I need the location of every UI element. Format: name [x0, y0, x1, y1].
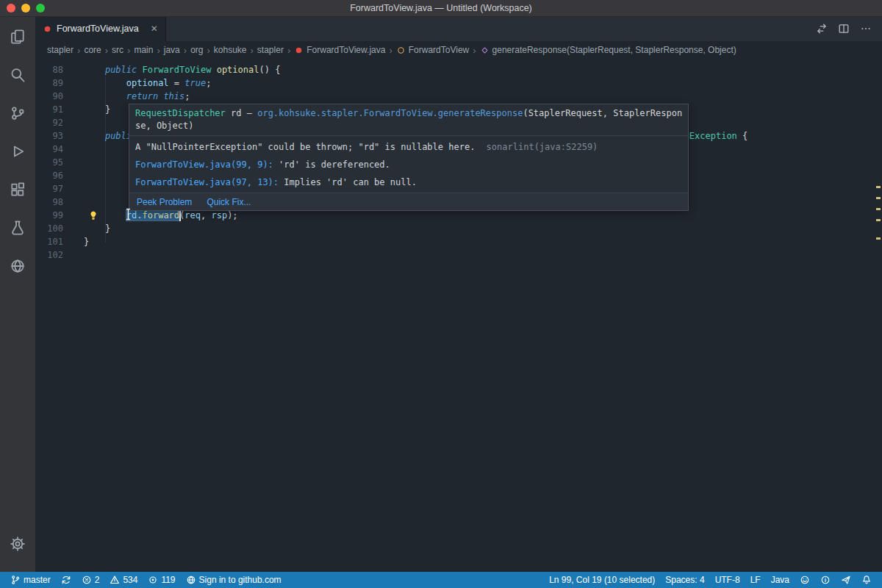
warning-mark [876, 197, 881, 199]
related-text: Implies 'rd' can be null. [279, 177, 417, 187]
open-changes-icon [816, 23, 828, 35]
line-number: 88 [35, 63, 63, 76]
more-actions-button[interactable] [860, 23, 872, 35]
sync-status[interactable] [57, 572, 76, 588]
breadcrumb-src[interactable]: src [112, 45, 123, 55]
breadcrumb-forwardtoview-java[interactable]: ForwardToView.java [294, 45, 385, 55]
more-actions-icon [860, 23, 872, 35]
activity-bar-top [0, 16, 35, 285]
activity-testing[interactable] [0, 209, 35, 247]
warning-icon [110, 575, 120, 585]
related-location: ForwardToView.java(97, 13): Implies 'rd'… [135, 176, 682, 188]
warning-mark [876, 186, 881, 188]
status-info[interactable] [816, 572, 835, 588]
chevron-right-icon: › [473, 45, 476, 56]
code-line-89[interactable]: 89 optional = true; [35, 76, 882, 90]
symbol-method-icon [480, 46, 490, 55]
tab-forwardtoview-java[interactable]: ForwardToView.java ✕ [35, 16, 166, 41]
breadcrumb-generateresponse-staplerrequ[interactable]: generateResponse(StaplerRequest, Stapler… [480, 45, 736, 55]
github-signin[interactable]: Sign in to github.com [182, 572, 286, 588]
extensions-icon [10, 182, 26, 198]
window-title: ForwardToView.java — Untitled (Workspace… [350, 3, 532, 13]
close-tab-button[interactable]: ✕ [151, 24, 158, 34]
warning-mark [876, 219, 881, 221]
line-number: 100 [35, 222, 63, 235]
zoom-window-button[interactable] [36, 4, 45, 12]
titlebar: ForwardToView.java — Untitled (Workspace… [0, 0, 882, 17]
split-editor-button[interactable] [838, 23, 850, 35]
window-controls [7, 4, 45, 12]
close-window-button[interactable] [7, 4, 15, 12]
activity-explorer[interactable] [0, 18, 35, 56]
breadcrumb-org[interactable]: org [190, 45, 203, 55]
code-line-100[interactable]: 100 } [35, 222, 882, 235]
minimize-window-button[interactable] [21, 4, 30, 12]
chevron-right-icon: › [389, 45, 392, 56]
gutter [63, 182, 84, 196]
status-bar: master2534119Sign in to github.com Ln 99… [0, 572, 882, 588]
info-count-status[interactable]: 119 [143, 572, 179, 588]
line-number: 97 [35, 182, 63, 196]
activity-settings[interactable] [0, 525, 35, 563]
quick-fix-action[interactable]: Quick Fix... [207, 197, 251, 207]
file-error-icon [294, 46, 304, 55]
breadcrumb-kohsuke[interactable]: kohsuke [214, 45, 247, 55]
chevron-right-icon: › [184, 45, 187, 56]
breadcrumb-core[interactable]: core [84, 45, 101, 55]
dot-icon [148, 575, 158, 585]
send-icon [841, 575, 851, 585]
errors-status[interactable]: 2 [77, 572, 104, 588]
breadcrumb-stapler[interactable]: stapler [257, 45, 284, 55]
code-line-90[interactable]: 90 return this; [35, 90, 882, 103]
activity-run-debug[interactable] [0, 132, 35, 171]
lightbulb-icon [88, 210, 98, 220]
gutter [63, 235, 84, 248]
activity-search[interactable] [0, 56, 35, 94]
gutter [63, 63, 84, 76]
settings-icon [10, 536, 26, 552]
line-number: 95 [35, 156, 63, 169]
eol[interactable]: LF [746, 572, 765, 588]
overview-ruler[interactable] [875, 16, 882, 572]
git-branch-status[interactable]: master [6, 572, 55, 588]
warnings-status[interactable]: 534 [105, 572, 142, 588]
send-feedback[interactable] [836, 572, 856, 588]
explorer-icon [10, 29, 26, 45]
open-changes-button[interactable] [816, 23, 828, 35]
breadcrumb-java[interactable]: java [164, 45, 180, 55]
chevron-right-icon: › [157, 45, 159, 56]
activity-remote[interactable] [0, 247, 35, 285]
location-link[interactable]: ForwardToView.java(99, 9): [135, 159, 273, 170]
symbol-class-icon [396, 46, 406, 55]
feedback-smiley[interactable] [795, 572, 814, 588]
indentation[interactable]: Spaces: 4 [661, 572, 709, 588]
hover-actions: Peek ProblemQuick Fix... [129, 193, 688, 210]
breadcrumb-stapler[interactable]: stapler [47, 45, 74, 55]
editor-actions [816, 16, 882, 41]
breadcrumb-forwardtoview[interactable]: ForwardToView [396, 45, 469, 55]
selected-text: rd.forward [126, 210, 179, 220]
code-line-88[interactable]: 88 public ForwardToView optional() { [35, 63, 882, 76]
gutter [63, 90, 84, 103]
chevron-right-icon: › [77, 45, 80, 56]
remote-icon [10, 258, 26, 274]
code-line-101[interactable]: 101} [35, 235, 882, 248]
breadcrumb-main[interactable]: main [134, 45, 153, 55]
location-link[interactable]: ForwardToView.java(97, 13): [135, 177, 279, 187]
code-line-102[interactable]: 102 [35, 248, 882, 262]
gutter [63, 248, 84, 262]
chevron-right-icon: › [127, 45, 130, 56]
hover-body: A "NullPointerException" could be thrown… [129, 136, 688, 193]
notifications-bell[interactable] [857, 572, 876, 588]
activity-extensions[interactable] [0, 171, 35, 209]
status-right: Ln 99, Col 19 (10 selected)Spaces: 4UTF-… [545, 572, 876, 588]
related-text: 'rd' is dereferenced. [273, 159, 390, 170]
peek-problem-action[interactable]: Peek Problem [137, 197, 192, 207]
hover-message: A "NullPointerException" could be thrown… [135, 141, 682, 153]
cursor-position[interactable]: Ln 99, Col 19 (10 selected) [545, 572, 659, 588]
language-mode[interactable]: Java [767, 572, 794, 588]
encoding[interactable]: UTF-8 [711, 572, 745, 588]
line-number: 102 [35, 248, 63, 262]
activity-source-control[interactable] [0, 94, 35, 132]
smiley-icon [800, 575, 810, 585]
